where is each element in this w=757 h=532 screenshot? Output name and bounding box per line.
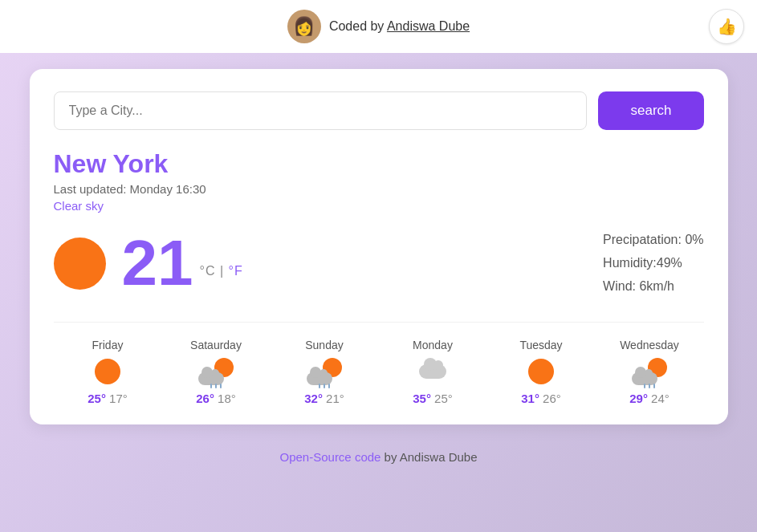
precipitation-stat: Precipatation: 0% (603, 229, 703, 252)
last-updated: Last updated: Monday 16:30 (54, 182, 704, 196)
forecast-icon (632, 358, 667, 385)
thumbs-up-icon: 👍 (717, 17, 737, 36)
forecast-day: Wednesday29° 24° (596, 339, 704, 405)
forecast-day: Friday25° 17° (54, 339, 162, 405)
forecast-high-temp: 25° (88, 392, 109, 405)
current-weather-icon (54, 238, 106, 290)
coded-by-label: Coded by (329, 19, 387, 33)
city-search-input[interactable] (54, 91, 588, 130)
forecast-day-name: Tuesday (519, 339, 562, 351)
forecast-day: Tuesday31° 26° (487, 339, 596, 405)
header: 👩 Coded by Andiswa Dube 👍 (0, 0, 757, 53)
forecast-temp-range: 32° 21° (304, 392, 344, 405)
forecast-high-temp: 29° (629, 392, 651, 405)
humidity-stat: Humidity:49% (603, 252, 703, 275)
forecast-temp-range: 26° 18° (196, 392, 236, 405)
forecast-low-temp: 21° (326, 392, 344, 405)
forecast-day-name: Wednesday (620, 339, 679, 351)
forecast-low-temp: 17° (109, 392, 128, 405)
forecast-icon (415, 358, 450, 385)
forecast-high-temp: 32° (304, 392, 326, 405)
avatar: 👩 (287, 10, 321, 43)
thumbs-up-button[interactable]: 👍 (709, 9, 744, 44)
footer: Open-Source code by Andiswa Dube (0, 441, 757, 473)
wind-stat: Wind: 6km/h (603, 275, 703, 298)
author-link[interactable]: Andiswa Dube (387, 19, 470, 33)
forecast-icon (307, 358, 342, 385)
coded-by-text: Coded by Andiswa Dube (329, 19, 470, 34)
forecast-day-name: Monday (413, 339, 453, 351)
forecast-day: Sataurday26° 18° (162, 339, 271, 405)
forecast-temp-range: 25° 17° (88, 392, 128, 405)
open-source-link[interactable]: Open-Source code (280, 450, 381, 464)
forecast-icon (198, 358, 234, 385)
search-button[interactable]: search (598, 91, 703, 130)
weather-card: search New York Last updated: Monday 16:… (30, 69, 728, 424)
forecast-high-temp: 35° (413, 392, 434, 405)
forecast-icon (90, 358, 125, 385)
search-row: search (54, 91, 704, 130)
temperature-units: °C | °F (199, 248, 242, 278)
forecast-icon (523, 358, 559, 385)
forecast-row: Friday25° 17°Sataurday26° 18°Sunday32° 2… (54, 322, 704, 405)
forecast-low-temp: 24° (651, 392, 669, 405)
forecast-temp-range: 35° 25° (413, 392, 453, 405)
current-weather: 21 °C | °F Precipatation: 0% Humidity:49… (54, 229, 704, 298)
header-content: 👩 Coded by Andiswa Dube (287, 10, 470, 43)
footer-suffix: by Andiswa Dube (381, 450, 477, 464)
forecast-day-name: Sunday (305, 339, 343, 351)
forecast-low-temp: 18° (218, 392, 236, 405)
weather-stats: Precipatation: 0% Humidity:49% Wind: 6km… (603, 229, 703, 298)
forecast-day-name: Friday (92, 339, 124, 351)
weather-description: Clear sky (54, 199, 704, 213)
forecast-day: Sunday32° 21° (271, 339, 379, 405)
city-name: New York (54, 149, 704, 179)
temperature-display: 21 (122, 231, 193, 295)
forecast-high-temp: 26° (196, 392, 218, 405)
forecast-day: Monday35° 25° (379, 339, 487, 405)
forecast-temp-range: 31° 26° (521, 392, 561, 405)
celsius-label[interactable]: °C | °F (199, 264, 242, 278)
forecast-temp-range: 29° 24° (629, 392, 669, 405)
forecast-low-temp: 26° (543, 392, 561, 405)
forecast-day-name: Sataurday (190, 339, 242, 351)
forecast-low-temp: 25° (434, 392, 453, 405)
forecast-high-temp: 31° (521, 392, 543, 405)
